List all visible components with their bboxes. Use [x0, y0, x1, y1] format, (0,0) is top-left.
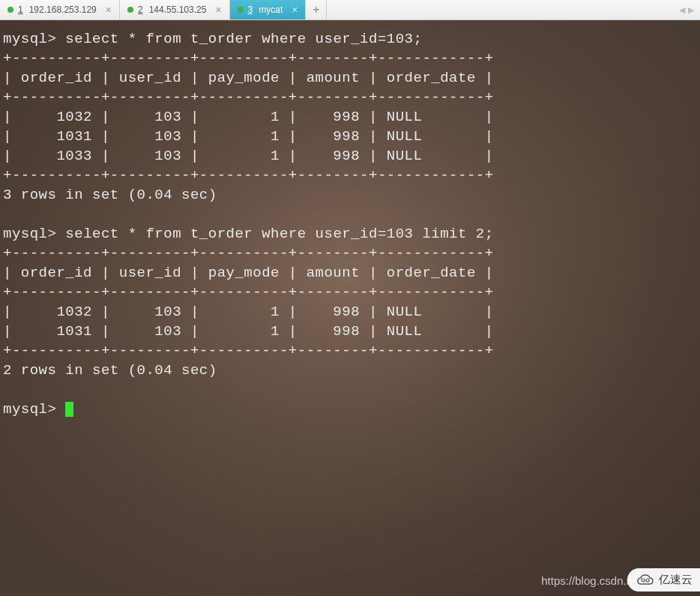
table-separator: +----------+---------+----------+-------… — [3, 245, 494, 262]
nav-arrows: ◀ ▶ — [673, 0, 700, 19]
close-icon[interactable]: × — [292, 4, 298, 15]
watermark-logo: 亿速云 — [627, 568, 700, 592]
table-separator: +----------+---------+----------+-------… — [3, 89, 494, 106]
close-icon[interactable]: × — [215, 4, 221, 15]
tab-server-2[interactable]: 2 144.55.103.25 × — [120, 0, 230, 19]
table-header: | order_id | user_id | pay_mode | amount… — [3, 70, 494, 86]
add-tab-button[interactable]: + — [306, 0, 327, 19]
table-separator: +----------+---------+----------+-------… — [3, 343, 494, 359]
tab-label: 192.168.253.129 — [29, 4, 97, 15]
svg-point-1 — [646, 579, 649, 582]
nav-right-icon[interactable]: ▶ — [688, 5, 694, 15]
result-footer: 2 rows in set (0.04 sec) — [3, 362, 217, 379]
tab-label: 144.55.103.25 — [149, 4, 207, 15]
tab-mycat[interactable]: 3 mycat × — [230, 0, 307, 19]
status-dot-icon — [127, 7, 133, 13]
table-row: | 1033 | 103 | 1 | 998 | NULL | — [3, 148, 494, 164]
cursor-icon — [65, 402, 73, 417]
svg-point-0 — [642, 579, 645, 582]
status-dot-icon — [7, 7, 13, 13]
table-separator: +----------+---------+----------+-------… — [3, 284, 494, 301]
cloud-icon — [636, 574, 654, 587]
table-separator: +----------+---------+----------+-------… — [3, 167, 494, 184]
tab-number: 1 — [18, 4, 23, 15]
tab-number: 3 — [248, 4, 253, 15]
table-row: | 1031 | 103 | 1 | 998 | NULL | — [3, 323, 494, 340]
tab-bar: 1 192.168.253.129 × 2 144.55.103.25 × 3 … — [0, 0, 700, 20]
terminal-output: mysql> select * from t_order where user_… — [0, 20, 700, 428]
nav-left-icon[interactable]: ◀ — [679, 5, 685, 15]
watermark-url: https://blog.csdn.n — [541, 574, 633, 587]
watermark-brand: 亿速云 — [659, 573, 693, 587]
table-row: | 1032 | 103 | 1 | 998 | NULL | — [3, 304, 494, 320]
table-row: | 1032 | 103 | 1 | 998 | NULL | — [3, 109, 494, 125]
table-separator: +----------+---------+----------+-------… — [3, 50, 494, 67]
table-header: | order_id | user_id | pay_mode | amount… — [3, 265, 494, 281]
sql-query-1: select * from t_order where user_id=103; — [65, 31, 422, 47]
terminal[interactable]: mysql> select * from t_order where user_… — [0, 20, 700, 596]
table-row: | 1031 | 103 | 1 | 998 | NULL | — [3, 128, 494, 145]
tab-server-1[interactable]: 1 192.168.253.129 × — [0, 0, 120, 19]
status-dot-icon — [238, 7, 244, 13]
tab-label: mycat — [259, 4, 283, 15]
tab-number: 2 — [138, 4, 143, 15]
sql-query-2: select * from t_order where user_id=103 … — [65, 226, 493, 242]
result-footer: 3 rows in set (0.04 sec) — [3, 187, 217, 203]
close-icon[interactable]: × — [106, 4, 112, 15]
